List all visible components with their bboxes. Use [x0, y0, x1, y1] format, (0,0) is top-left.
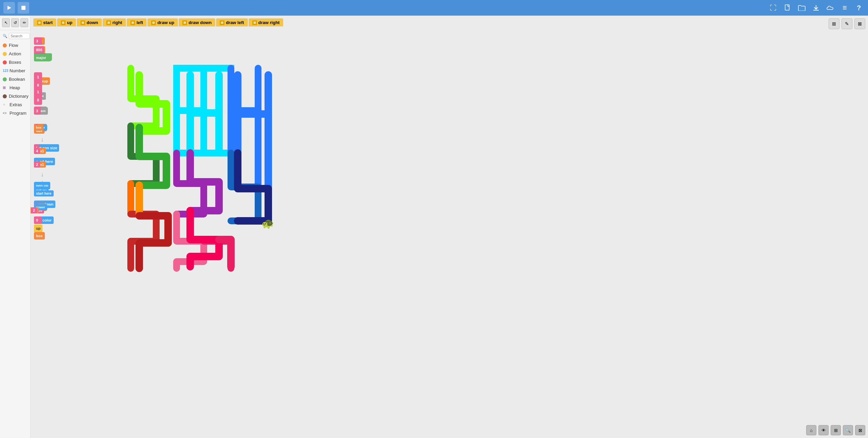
- block-box-value[interactable]: 3: [34, 37, 42, 45]
- tab-label: right: [112, 20, 122, 25]
- sidebar-item-extras[interactable]: ✧ Extras: [0, 100, 30, 109]
- sidebar-item-boxes[interactable]: Boxes: [0, 58, 30, 66]
- tab-right[interactable]: ⊞ right: [103, 18, 126, 26]
- sidebar: ↖ ↺ ✏ 🔍 Flow Action Boxes 123 Number Boo…: [0, 16, 31, 438]
- play-button[interactable]: [3, 2, 15, 14]
- eye-button[interactable]: 👁: [818, 425, 829, 435]
- sidebar-item-label: Extras: [10, 102, 22, 107]
- tab-draw-right[interactable]: ⊞ draw right: [249, 18, 284, 26]
- sidebar-item-heap[interactable]: ⊞ Heap: [0, 83, 30, 92]
- tab-label: down: [87, 20, 98, 25]
- tab-draw-down[interactable]: ⊞ draw down: [179, 18, 215, 26]
- tab-label: up: [67, 20, 72, 25]
- tab-icon-draw-up: ⊞: [151, 20, 156, 25]
- tab-label: start: [43, 20, 53, 25]
- sidebar-item-label: Action: [9, 51, 21, 56]
- tab-icon-right: ⊞: [106, 20, 111, 25]
- stop-button[interactable]: [18, 2, 29, 14]
- topbar: ⛶ ≡ ?: [0, 0, 868, 16]
- save-button[interactable]: [810, 2, 822, 14]
- tab-label: draw down: [188, 20, 212, 25]
- fullscreen-button[interactable]: ⛶: [767, 2, 779, 14]
- sidebar-tools: ↖ ↺ ✏: [0, 17, 30, 30]
- fit-screen-button[interactable]: ⊞: [831, 425, 841, 435]
- tab-icon-up: ⊞: [61, 20, 66, 25]
- tool-arrow[interactable]: ↖: [2, 18, 10, 27]
- block-start-here-y[interactable]: start here: [34, 190, 54, 196]
- tab-icon-down: ⊞: [80, 20, 85, 25]
- block-up-ref[interactable]: up: [34, 225, 42, 232]
- tab-label: left: [137, 20, 143, 25]
- sidebar-item-label: Dictionary: [9, 94, 29, 99]
- search-zoom-button[interactable]: 🔍: [843, 425, 853, 435]
- tool-pen[interactable]: ✏: [20, 18, 28, 27]
- svg-rect-1: [21, 6, 25, 10]
- new-file-button[interactable]: [782, 2, 793, 14]
- workspace: box 3 size 800 key C set key mode major …: [31, 31, 868, 438]
- svg-rect-2: [785, 5, 789, 10]
- search-input[interactable]: [9, 33, 30, 39]
- sidebar-item-label: Flow: [9, 43, 18, 48]
- sidebar-item-flow[interactable]: Flow: [0, 41, 30, 50]
- sidebar-item-number[interactable]: 123 Number: [0, 66, 30, 75]
- block-2-val[interactable]: 2: [31, 207, 37, 213]
- tab-icon-draw-right: ⊞: [252, 20, 257, 25]
- menu-button[interactable]: ≡: [839, 2, 850, 14]
- bottom-toolbar: ⌂ 👁 ⊞ 🔍 ⊠: [806, 425, 865, 435]
- tab-draw-up[interactable]: ⊞ draw up: [147, 18, 178, 26]
- block-pen-val[interactable]: 4: [34, 148, 40, 154]
- tab-down[interactable]: ⊞ down: [77, 18, 102, 26]
- tool-refresh[interactable]: ↺: [11, 18, 19, 27]
- tab-icon-left: ⊞: [130, 20, 135, 25]
- svg-marker-0: [7, 6, 11, 10]
- tab-label: draw left: [226, 20, 244, 25]
- cloud-button[interactable]: [825, 2, 836, 14]
- sidebar-item-label: Number: [10, 68, 25, 73]
- block-note-val[interactable]: 1 8: [34, 87, 42, 105]
- edit-button[interactable]: ✎: [842, 18, 852, 29]
- block-color-val[interactable]: 0: [34, 216, 40, 224]
- topbar-right-tools: ⛶ ≡ ?: [767, 2, 865, 14]
- tab-up[interactable]: ⊞ up: [57, 18, 76, 26]
- home-button[interactable]: ⌂: [806, 425, 816, 435]
- sidebar-search-container: 🔍: [0, 32, 30, 41]
- tab-label: draw right: [258, 20, 280, 25]
- tab-icon-draw-left: ⊞: [220, 20, 224, 25]
- tab-draw-left[interactable]: ⊞ draw left: [216, 18, 248, 26]
- search-icon: 🔍: [3, 34, 7, 38]
- block-box-inner[interactable]: box: [34, 125, 43, 131]
- canvas-toolbar: ⊞ ✎ ⊠: [829, 18, 865, 29]
- tab-icon-draw-down: ⊞: [182, 20, 187, 25]
- help-button[interactable]: ?: [853, 2, 865, 14]
- sidebar-item-dictionary[interactable]: Dictionary: [0, 92, 30, 100]
- grid-view-button[interactable]: ⊞: [829, 18, 839, 29]
- open-file-button[interactable]: [796, 2, 808, 14]
- sidebar-item-label: Heap: [10, 85, 20, 90]
- tabs-bar: ⊞ start ⊞ up ⊞ down ⊞ right ⊞ left ⊞ dra…: [31, 16, 286, 26]
- tab-label: draw up: [157, 20, 174, 25]
- tab-left[interactable]: ⊞ left: [127, 18, 147, 26]
- sidebar-item-action[interactable]: Action: [0, 50, 30, 58]
- canvas-area: ⊞ start ⊞ up ⊞ down ⊞ right ⊞ left ⊞ dra…: [31, 16, 868, 438]
- fit-button[interactable]: ⊠: [854, 18, 865, 29]
- turtle-sprite: 🐢: [261, 217, 274, 229]
- sidebar-item-boolean[interactable]: Boolean: [0, 75, 30, 83]
- block-octave-val[interactable]: 3: [34, 107, 41, 115]
- block-box-final[interactable]: box: [34, 232, 45, 240]
- tab-icon-start: ⊞: [37, 20, 42, 25]
- sidebar-item-label: Boxes: [9, 60, 21, 65]
- sidebar-item-label: Boolean: [9, 77, 25, 82]
- expand-button[interactable]: ⊠: [855, 425, 865, 435]
- sidebar-item-label: Program: [10, 111, 26, 116]
- block-major[interactable]: major: [34, 54, 51, 61]
- tab-start[interactable]: ⊞ start: [33, 18, 56, 26]
- sidebar-item-program[interactable]: <> Program: [0, 109, 30, 117]
- block-val2[interactable]: 2: [34, 161, 40, 168]
